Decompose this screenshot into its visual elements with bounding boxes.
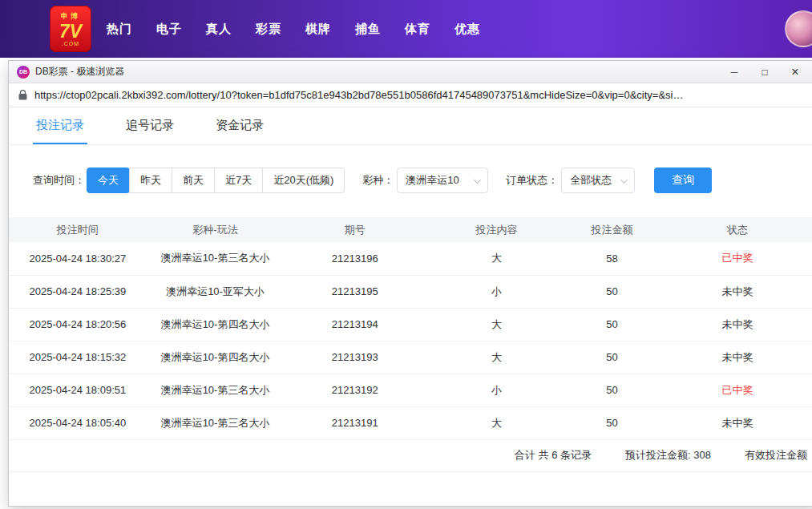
status-select-value: 全部状态 [570,173,612,188]
nav-item-promo[interactable]: 优惠 [454,22,480,37]
nav-item-slots[interactable]: 电子 [156,22,182,37]
site-logo[interactable]: 申博 7V .COM [50,6,91,52]
cell-content: 小 [426,374,568,406]
table-header-row: 投注时间 彩种-玩法 期号 投注内容 投注金额 状态 [9,217,812,242]
time-filter-today[interactable]: 今天 [87,168,130,193]
nav-item-sports[interactable]: 体育 [405,22,430,37]
window-titlebar[interactable]: DB DB彩票 - 极速浏览器 ─ □ × [9,61,812,83]
cell-game: 澳洲幸运10-亚军大小 [147,275,285,308]
status-filter-label: 订单状态： [506,173,558,188]
table-row: 2025-04-24 18:25:39 澳洲幸运10-亚军大小 21213195… [9,275,812,308]
summary-bar: 合计 共 6 条记录 预计投注金额: 308 有效投注金额 [9,440,812,472]
screen: 申博 7V .COM 热门 电子 真人 彩票 棋牌 捕鱼 体育 优惠 DB DB… [0,0,812,509]
lottery-select[interactable]: 澳洲幸运10 [397,168,488,193]
col-header-content: 投注内容 [426,217,568,242]
cell-content: 大 [426,341,568,374]
summary-valid: 有效投注金额 [745,448,807,463]
cell-amount: 58 [568,242,656,275]
cell-amount: 50 [568,308,656,341]
nav-item-fishing[interactable]: 捕鱼 [355,22,381,37]
table-row: 2025-04-24 18:30:27 澳洲幸运10-第三名大小 2121319… [9,242,812,275]
cell-game: 澳洲幸运10-第三名大小 [147,406,285,439]
tab-bar: 投注记录 追号记录 资金记录 [9,107,812,145]
filter-row: 查询时间： 今天 昨天 前天 近7天 近20天(低频) 彩种： 澳洲幸运10 订… [33,168,812,193]
page-content: 投注记录 追号记录 资金记录 查询时间： 今天 昨天 前天 近7天 近20天(低… [9,107,812,506]
tab-bet-records[interactable]: 投注记录 [33,107,87,144]
time-filter-day-before[interactable]: 前天 [172,168,215,193]
tab-chase-records[interactable]: 追号记录 [123,107,177,144]
cell-time: 2025-04-24 18:25:39 [9,275,147,308]
cell-status: 未中奖 [656,341,812,374]
col-header-issue: 期号 [284,217,426,242]
table-row: 2025-04-24 18:15:32 澳洲幸运10-第四名大小 2121319… [9,341,812,374]
cell-amount: 50 [568,341,656,374]
cell-time: 2025-04-24 18:20:56 [9,308,147,341]
cell-content: 大 [426,308,568,341]
cell-amount: 50 [568,275,656,308]
chevron-down-icon [620,176,628,184]
cell-issue: 21213191 [284,406,426,439]
cell-game: 澳洲幸运10-第四名大小 [147,308,285,341]
cell-issue: 21213196 [284,242,426,275]
close-button[interactable]: × [780,61,810,83]
time-filter-group: 今天 昨天 前天 近7天 近20天(低频) [87,168,345,193]
cell-time: 2025-04-24 18:05:40 [9,406,147,439]
url-text[interactable]: https://ctop02pcali.2kbxi392.com/lottery… [34,89,809,101]
logo-top-text: 申博 [61,11,80,22]
status-select[interactable]: 全部状态 [561,168,635,193]
table-row: 2025-04-24 18:09:51 澳洲幸运10-第三名大小 2121319… [9,374,812,406]
cell-issue: 21213194 [284,308,426,341]
logo-main-text: 7V [59,22,82,41]
chevron-down-icon [474,176,482,184]
site-header: 申博 7V .COM 热门 电子 真人 彩票 棋牌 捕鱼 体育 优惠 [0,0,812,58]
cell-content: 大 [426,406,568,439]
cell-status: 已中奖 [656,374,812,406]
nav-item-board[interactable]: 棋牌 [305,22,331,37]
cell-content: 小 [426,275,568,308]
time-filter-last7[interactable]: 近7天 [214,168,263,193]
search-button[interactable]: 查询 [654,168,712,193]
summary-total: 合计 共 6 条记录 [515,448,592,463]
window-title: DB彩票 - 极速浏览器 [35,65,124,79]
nav-item-live[interactable]: 真人 [206,22,232,37]
cell-issue: 21213195 [284,275,426,308]
cell-time: 2025-04-24 18:09:51 [9,374,147,406]
maximize-button[interactable]: □ [749,61,780,83]
logo-bottom-text: .COM [62,41,79,46]
cell-status: 未中奖 [656,308,812,341]
nav-item-lottery[interactable]: 彩票 [256,22,281,37]
cell-time: 2025-04-24 18:30:27 [9,242,147,275]
cell-game: 澳洲幸运10-第四名大小 [147,341,285,374]
cell-issue: 21213193 [284,341,426,374]
cell-status: 已中奖 [656,242,812,275]
nav-item-hot[interactable]: 热门 [107,22,132,37]
cell-issue: 21213192 [284,374,426,406]
records-table: 投注时间 彩种-玩法 期号 投注内容 投注金额 状态 2025-04-24 18… [9,217,812,440]
table-row: 2025-04-24 18:20:56 澳洲幸运10-第四名大小 2121319… [9,308,812,341]
lottery-select-value: 澳洲幸运10 [406,173,459,188]
cell-content: 大 [426,242,568,275]
cell-game: 澳洲幸运10-第三名大小 [147,374,285,406]
window-controls: ─ □ × [719,61,812,83]
time-filter-last20[interactable]: 近20天(低频) [262,168,345,193]
cell-game: 澳洲幸运10-第三名大小 [147,242,285,275]
site-nav: 热门 电子 真人 彩票 棋牌 捕鱼 体育 优惠 [107,0,480,58]
url-bar[interactable]: https://ctop02pcali.2kbxi392.com/lottery… [9,83,812,107]
minimize-button[interactable]: ─ [719,61,749,83]
col-header-time: 投注时间 [9,217,147,242]
time-filter-yesterday[interactable]: 昨天 [129,168,172,193]
lottery-filter-label: 彩种： [362,173,394,188]
col-header-amount: 投注金额 [568,217,656,242]
avatar[interactable] [785,10,812,47]
col-header-status: 状态 [656,217,812,242]
time-filter-label: 查询时间： [33,173,85,188]
tab-fund-records[interactable]: 资金记录 [212,107,267,144]
cell-status: 未中奖 [656,406,812,439]
cell-amount: 50 [568,374,656,406]
lock-icon [18,90,27,100]
cell-status: 未中奖 [656,275,812,308]
cell-time: 2025-04-24 18:15:32 [9,341,147,374]
cell-amount: 50 [568,406,656,439]
summary-expected: 预计投注金额: 308 [625,448,711,463]
app-icon: DB [17,66,30,79]
